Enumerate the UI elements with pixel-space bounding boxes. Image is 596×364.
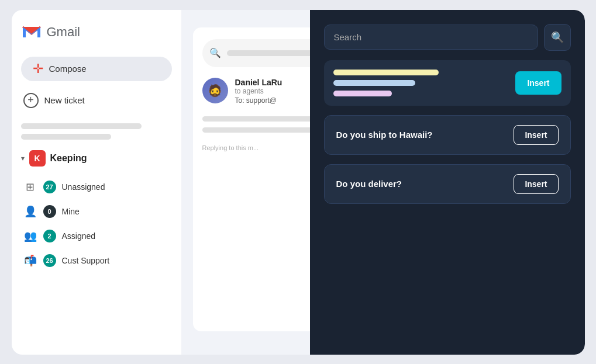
search-button[interactable]: 🔍 [544,24,571,51]
assigned-label: Assigned [62,231,96,241]
keeping-logo-icon: K [29,150,46,167]
search-row: 🔍 [324,24,571,51]
cust-support-badge: 26 [43,254,56,267]
keeping-label: Keeping [50,153,87,164]
compose-icon: ✛ [33,63,43,75]
insert-button-hawaii[interactable]: Insert [514,125,558,145]
layers-icon: ⊞ [23,181,37,193]
search-input[interactable] [324,25,538,50]
template-bar-pink [333,91,392,96]
main-container: Gmail ✛ Compose + New ticket ▾ K Keeping… [12,10,585,355]
keeping-section-header: ▾ K Keeping [21,150,172,167]
chevron-icon[interactable]: ▾ [21,154,25,162]
sidebar-item-cust-support[interactable]: 📬 26 Cust Support [21,249,172,272]
unassigned-label: Unassigned [62,182,105,192]
gmail-logo: Gmail [21,22,172,43]
gmail-sidebar: Gmail ✛ Compose + New ticket ▾ K Keeping… [12,10,181,355]
compose-button[interactable]: ✛ Compose [21,57,172,81]
search-btn-icon: 🔍 [551,31,564,44]
template-card: Insert [324,60,571,106]
unassigned-badge: 27 [43,181,56,193]
sidebar-item-unassigned[interactable]: ⊞ 27 Unassigned [21,176,172,198]
template-bar-yellow [333,70,439,75]
mine-badge: 0 [43,205,56,218]
template-insert-button[interactable]: Insert [515,71,561,95]
search-icon: 🔍 [209,47,221,58]
response-card-deliver: Do you deliver? Insert [324,164,571,204]
cust-support-label: Cust Support [62,256,110,265]
skeleton-placeholder [21,123,172,140]
new-ticket-label: New ticket [44,95,85,105]
template-bar-blue [333,80,415,86]
new-ticket-button[interactable]: + New ticket [21,88,172,113]
response-text-deliver: Do you deliver? [336,179,402,189]
insert-button-deliver[interactable]: Insert [514,174,558,194]
mine-label: Mine [62,207,80,216]
sidebar-item-assigned[interactable]: 👥 2 Assigned [21,225,172,247]
people-icon: 👥 [23,230,37,242]
response-card-hawaii: Do you ship to Hawaii? Insert [324,115,571,155]
add-circle-icon: + [23,93,39,108]
template-bars [333,70,439,96]
inbox-icon: 📬 [23,254,37,267]
dark-overlay-panel: 🔍 Insert Do you ship to Hawaii? Insert D… [310,10,585,355]
skeleton-line-2 [21,134,112,140]
gmail-m-icon [21,22,42,43]
email-sk-2 [202,127,321,133]
sender-avatar: 🧔 [202,78,228,103]
skeleton-line-1 [21,123,142,129]
assigned-badge: 2 [43,230,56,242]
sidebar-item-mine[interactable]: 👤 0 Mine [21,200,172,223]
compose-label: Compose [49,64,87,74]
person-icon: 👤 [23,205,37,218]
gmail-title: Gmail [47,25,80,40]
response-text-hawaii: Do you ship to Hawaii? [336,130,433,140]
